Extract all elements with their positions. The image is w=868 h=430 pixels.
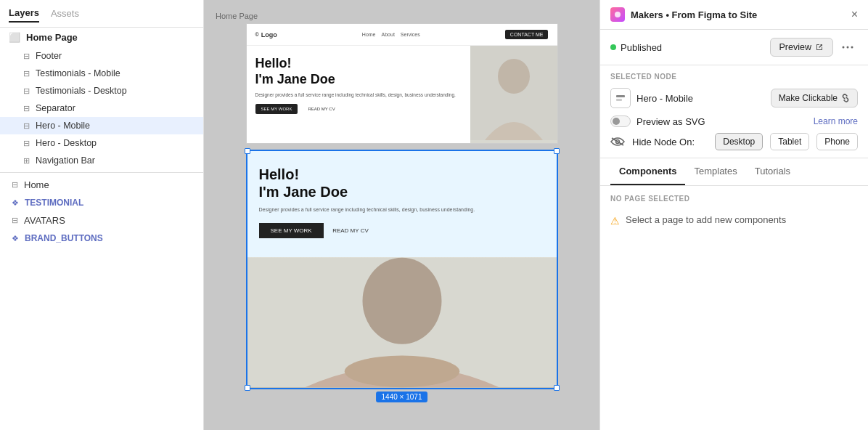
mobile-hero-desc: Designer provides a full service range i… — [259, 206, 545, 214]
layer-label: Testimonials - Desktop — [36, 86, 127, 96]
frame-read-cv-btn: READ MY CV — [302, 104, 340, 114]
selected-node-section: SELECTED NODE Hero - Mobile Make Clickab… — [600, 65, 868, 158]
node-name: Hero - Mobile — [636, 93, 693, 104]
node-icon — [610, 88, 631, 108]
section-icon: ⊟ — [23, 52, 30, 61]
preview-label: Preview — [779, 42, 811, 52]
component-icon: ❖ — [12, 234, 19, 243]
frame-hero-image — [470, 46, 557, 143]
no-page-label: NO PAGE SELECTED — [610, 195, 858, 203]
tab-templates[interactable]: Templates — [685, 158, 745, 185]
svg-point-8 — [851, 46, 853, 49]
canvas[interactable]: Home Page © Logo Home About Services CON… — [204, 0, 599, 430]
svg-rect-9 — [616, 95, 625, 97]
layer-label: Home Page — [26, 32, 78, 43]
hide-node-label: Hide Node On: — [632, 137, 708, 147]
layer-label: Footer — [36, 51, 62, 61]
top-frame[interactable]: © Logo Home About Services CONTACT ME He… — [246, 23, 558, 144]
svg-toggle[interactable] — [610, 115, 631, 127]
published-dot — [610, 44, 616, 50]
layer-item-navigation-bar[interactable]: ⊞ Navigation Bar — [0, 152, 203, 169]
resize-handle-br[interactable] — [554, 385, 560, 391]
section-icon: ⊞ — [23, 156, 30, 166]
resize-handle-bl[interactable] — [245, 385, 250, 391]
panel-header: Layers Assets — [0, 0, 203, 28]
svg-row: Preview as SVG Learn more — [610, 115, 858, 127]
close-button[interactable]: × — [851, 8, 858, 21]
select-page-info: ⚠ Select a page to add new components — [610, 214, 858, 227]
svg-rect-10 — [616, 99, 622, 101]
node-info: Hero - Mobile — [610, 88, 693, 108]
frame-hero-buttons: SEE MY WORK READ MY CV — [255, 104, 462, 114]
layer-group-avatars[interactable]: ⊟ AVATARS — [0, 211, 203, 230]
layer-group-brand-buttons[interactable]: ❖ BRAND_BUTTONS — [0, 230, 203, 247]
platform-phone-btn[interactable]: Phone — [816, 133, 858, 150]
more-options-button[interactable] — [838, 37, 858, 57]
left-panel: Layers Assets ⬜ Home Page ⊟ Footer ⊟ Tes… — [0, 0, 204, 430]
layer-item-hero-mobile[interactable]: ⊟ Hero - Mobile — [0, 117, 203, 134]
layer-item-testimonials-mobile[interactable]: ⊟ Testimonials - Mobile — [0, 65, 203, 82]
svg-left: Preview as SVG — [610, 115, 705, 127]
mobile-read-cv-btn: READ MY CV — [332, 223, 369, 238]
component-icon: ❖ — [12, 198, 19, 208]
frame-hero-desc: Designer provides a full service range i… — [255, 92, 462, 98]
layer-label: Navigation Bar — [36, 155, 95, 166]
published-label: Published — [621, 42, 662, 53]
layer-item-hero-desktop[interactable]: ⊟ Hero - Desktop — [0, 134, 203, 152]
layer-item-separator[interactable]: ⊟ Separator — [0, 100, 203, 117]
layer-label: Hero - Mobile — [36, 121, 90, 131]
resize-handle-tr[interactable] — [554, 148, 560, 154]
hide-node-row: Hide Node On: Desktop Tablet Phone — [610, 133, 858, 150]
preview-button[interactable]: Preview — [770, 38, 833, 57]
section-icon: ⊟ — [23, 86, 30, 96]
frame-size-label: 1440 × 1071 — [376, 392, 428, 402]
platform-desktop-btn[interactable]: Desktop — [715, 133, 763, 150]
tab-components[interactable]: Components — [610, 158, 685, 185]
layer-group-home[interactable]: ⊟ Home — [0, 176, 203, 194]
platform-tablet-btn[interactable]: Tablet — [770, 133, 809, 150]
frame-hero-title: Hello! I'm Jane Doe — [255, 56, 462, 87]
plugin-title-row: Makers • From Figma to Site — [610, 7, 757, 22]
make-clickable-label: Make Clickable — [779, 93, 838, 103]
warning-icon: ⚠ — [610, 215, 620, 227]
mobile-hero-image — [247, 257, 557, 388]
layer-label: Home — [24, 179, 49, 190]
right-panel: Makers • From Figma to Site × Published … — [599, 0, 868, 430]
frame-logo: © Logo — [255, 31, 277, 38]
section-icon: ⊟ — [23, 104, 30, 113]
layer-label: BRAND_BUTTONS — [25, 233, 103, 243]
resize-handle-tl[interactable] — [245, 148, 250, 154]
mobile-hero-title: Hello! I'm Jane Doe — [259, 166, 545, 200]
frame-see-work-btn: SEE MY WORK — [255, 104, 298, 114]
frame-contact-btn: CONTACT ME — [505, 30, 549, 39]
select-page-text: Select a page to add new components — [626, 214, 786, 225]
plugin-header: Makers • From Figma to Site × — [600, 0, 868, 30]
frame-icon: ⬜ — [9, 32, 20, 43]
make-clickable-button[interactable]: Make Clickable — [771, 89, 858, 108]
divider — [0, 172, 203, 173]
tab-tutorials[interactable]: Tutorials — [746, 158, 799, 185]
published-badge: Published — [610, 42, 662, 53]
svg-point-6 — [843, 46, 845, 49]
svg-point-1 — [498, 59, 530, 94]
svg-point-7 — [847, 46, 849, 49]
layer-group-testimonial[interactable]: ❖ TESTIMONIAL — [0, 194, 203, 211]
link-icon — [841, 94, 850, 102]
selected-mobile-frame[interactable]: Hello! I'm Jane Doe Designer provides a … — [246, 150, 558, 389]
node-row: Hero - Mobile Make Clickable — [610, 88, 858, 108]
layer-item-home-page[interactable]: ⬜ Home Page — [0, 28, 203, 47]
tab-assets[interactable]: Assets — [51, 5, 79, 22]
layer-item-footer[interactable]: ⊟ Footer — [0, 47, 203, 65]
frame-hero: Hello! I'm Jane Doe Designer provides a … — [247, 46, 557, 143]
layer-label: Separator — [36, 103, 75, 113]
tab-layers[interactable]: Layers — [9, 4, 39, 23]
layer-item-testimonials-desktop[interactable]: ⊟ Testimonials - Desktop — [0, 82, 203, 100]
svg-point-5 — [615, 12, 621, 17]
published-row: Published Preview — [600, 30, 868, 65]
mobile-hero-buttons: SEE MY WORK READ MY CV — [259, 222, 545, 243]
svg-point-3 — [362, 258, 441, 344]
learn-more-link[interactable]: Learn more — [814, 116, 858, 126]
hide-icon — [610, 137, 625, 147]
bottom-tabs: Components Templates Tutorials — [600, 158, 868, 186]
layer-list: ⬜ Home Page ⊟ Footer ⊟ Testimonials - Mo… — [0, 28, 203, 430]
